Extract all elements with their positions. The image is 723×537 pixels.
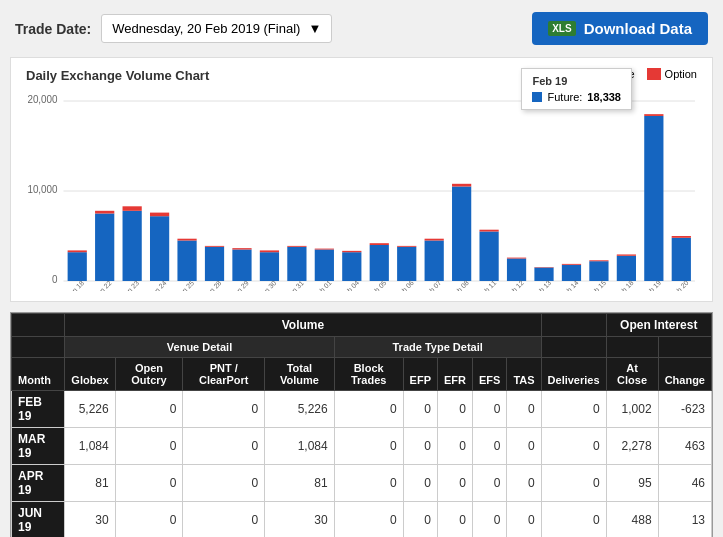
svg-rect-61 — [562, 264, 581, 265]
svg-rect-7 — [68, 250, 87, 252]
option-legend-item: Option — [647, 68, 697, 80]
efr-col-header: EFR — [437, 358, 472, 391]
open-outcry-col-header: Open Outcry — [115, 358, 183, 391]
svg-rect-34 — [315, 249, 334, 250]
svg-rect-69 — [644, 116, 663, 281]
svg-text:20,000: 20,000 — [27, 94, 58, 105]
chart-container: Daily Exchange Volume Chart Future Optio… — [10, 57, 713, 302]
change-col-header: Change — [658, 358, 711, 391]
table-row: MAR 191,084001,0840000002,278463 — [12, 428, 712, 465]
svg-rect-49 — [452, 184, 471, 187]
table-row: FEB 195,226005,2260000001,002-623 — [12, 391, 712, 428]
data-table: Volume Open Interest Venue Detail Trade … — [11, 313, 712, 537]
svg-rect-31 — [287, 246, 306, 247]
block-trades-col-header: Block Trades — [334, 358, 403, 391]
svg-rect-21 — [205, 247, 224, 281]
volume-header-th: Volume — [65, 314, 541, 337]
header-group-row: Volume Open Interest — [12, 314, 712, 337]
svg-rect-51 — [479, 232, 498, 282]
option-legend-color — [647, 68, 661, 80]
svg-rect-22 — [205, 246, 224, 247]
svg-rect-39 — [370, 245, 389, 281]
total-volume-col-header: Total Volume — [265, 358, 335, 391]
svg-rect-43 — [397, 246, 416, 247]
svg-rect-27 — [260, 252, 279, 281]
header-bar: Trade Date: Wednesday, 20 Feb 2019 (Fina… — [0, 0, 723, 57]
svg-rect-40 — [370, 243, 389, 245]
sub-header-row: Venue Detail Trade Type Detail — [12, 337, 712, 358]
svg-rect-16 — [150, 213, 169, 217]
svg-rect-28 — [260, 250, 279, 252]
svg-rect-19 — [177, 239, 196, 241]
efs-col-header: EFS — [472, 358, 506, 391]
open-interest-header-th: Open Interest — [606, 314, 711, 337]
col-header-row: Month Globex Open Outcry PNT / ClearPort… — [12, 358, 712, 391]
svg-rect-18 — [177, 241, 196, 282]
tooltip-date: Feb 19 — [532, 75, 621, 87]
trade-type-th: Trade Type Detail — [334, 337, 541, 358]
svg-rect-33 — [315, 250, 334, 282]
table-container: Volume Open Interest Venue Detail Trade … — [10, 312, 713, 537]
svg-rect-66 — [617, 256, 636, 281]
tooltip-future-label: Future: — [547, 91, 582, 103]
svg-rect-45 — [425, 241, 444, 282]
month-col-header: Month — [12, 358, 65, 391]
svg-rect-52 — [479, 230, 498, 232]
svg-rect-24 — [232, 250, 251, 282]
oi-spacer2 — [658, 337, 711, 358]
table-row: JUN 1930003000000048813 — [12, 502, 712, 538]
download-button[interactable]: XLS Download Data — [532, 12, 708, 45]
spacer-th — [541, 314, 606, 337]
tooltip-future-value: 18,338 — [587, 91, 621, 103]
svg-rect-36 — [342, 252, 361, 281]
month-spacer2 — [12, 337, 65, 358]
trade-date-label: Trade Date: — [15, 21, 91, 37]
pnt-col-header: PNT / ClearPort — [183, 358, 265, 391]
svg-rect-12 — [123, 211, 142, 281]
svg-rect-10 — [95, 211, 114, 214]
svg-rect-6 — [68, 252, 87, 281]
xls-badge: XLS — [548, 21, 575, 36]
tooltip-future-color — [532, 92, 542, 102]
svg-rect-46 — [425, 239, 444, 241]
svg-rect-63 — [589, 261, 608, 281]
deliveries-spacer — [541, 337, 606, 358]
svg-rect-30 — [287, 247, 306, 281]
svg-rect-37 — [342, 251, 361, 252]
chevron-down-icon: ▼ — [308, 21, 321, 36]
svg-rect-25 — [232, 248, 251, 249]
download-label: Download Data — [584, 20, 692, 37]
table-row: APR 198100810000009546 — [12, 465, 712, 502]
svg-rect-55 — [507, 258, 526, 259]
deliveries-col-header: Deliveries — [541, 358, 606, 391]
svg-rect-57 — [534, 268, 553, 282]
svg-rect-48 — [452, 187, 471, 282]
efp-col-header: EFP — [403, 358, 437, 391]
svg-rect-15 — [150, 216, 169, 281]
svg-rect-73 — [672, 236, 691, 238]
svg-rect-64 — [589, 260, 608, 261]
globex-col-header: Globex — [65, 358, 115, 391]
chart-svg: 20,000 10,000 0 Jan 18Jan 22Jan 23Jan 24… — [26, 91, 697, 291]
svg-rect-54 — [507, 259, 526, 282]
svg-rect-13 — [123, 206, 142, 211]
venue-detail-th: Venue Detail — [65, 337, 334, 358]
oi-spacer1 — [606, 337, 658, 358]
tas-col-header: TAS — [507, 358, 541, 391]
svg-rect-70 — [644, 114, 663, 116]
svg-rect-60 — [562, 265, 581, 281]
tooltip-box: Feb 19 Future: 18,338 — [521, 68, 632, 110]
svg-text:0: 0 — [52, 274, 58, 285]
svg-rect-9 — [95, 214, 114, 282]
svg-rect-42 — [397, 247, 416, 281]
tooltip-future-row: Future: 18,338 — [532, 91, 621, 103]
trade-date-dropdown[interactable]: Wednesday, 20 Feb 2019 (Final) ▼ — [101, 14, 332, 43]
svg-text:10,000: 10,000 — [27, 184, 58, 195]
at-close-col-header: At Close — [606, 358, 658, 391]
trade-date-value: Wednesday, 20 Feb 2019 (Final) — [112, 21, 300, 36]
svg-rect-72 — [672, 238, 691, 281]
chart-area: 20,000 10,000 0 Jan 18Jan 22Jan 23Jan 24… — [26, 91, 697, 291]
svg-rect-67 — [617, 254, 636, 255]
table-body: FEB 195,226005,2260000001,002-623MAR 191… — [12, 391, 712, 538]
month-spacer-th — [12, 314, 65, 337]
